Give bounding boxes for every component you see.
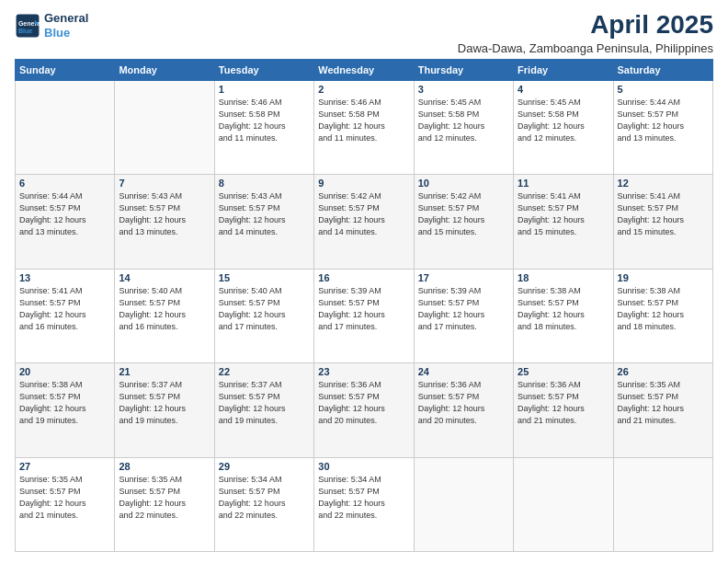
logo: General Blue General Blue <box>15 11 88 40</box>
day-info: Sunrise: 5:37 AM Sunset: 5:57 PM Dayligh… <box>119 379 210 427</box>
calendar-cell: 10Sunrise: 5:42 AM Sunset: 5:57 PM Dayli… <box>414 175 513 269</box>
day-info: Sunrise: 5:38 AM Sunset: 5:57 PM Dayligh… <box>518 285 609 333</box>
calendar-cell: 13Sunrise: 5:41 AM Sunset: 5:57 PM Dayli… <box>16 269 115 362</box>
calendar-table: SundayMondayTuesdayWednesdayThursdayFrid… <box>15 59 713 552</box>
calendar-cell: 22Sunrise: 5:37 AM Sunset: 5:57 PM Dayli… <box>214 363 313 457</box>
calendar-cell: 20Sunrise: 5:38 AM Sunset: 5:57 PM Dayli… <box>16 363 115 457</box>
day-number: 23 <box>318 366 409 377</box>
calendar-week-row: 6Sunrise: 5:44 AM Sunset: 5:57 PM Daylig… <box>16 175 713 269</box>
calendar-cell: 19Sunrise: 5:38 AM Sunset: 5:57 PM Dayli… <box>613 269 712 362</box>
day-info: Sunrise: 5:42 AM Sunset: 5:57 PM Dayligh… <box>318 190 409 238</box>
day-number: 14 <box>119 272 210 283</box>
logo-icon: General Blue <box>15 13 40 39</box>
day-number: 3 <box>418 84 509 95</box>
subtitle: Dawa-Dawa, Zamboanga Peninsula, Philippi… <box>458 41 713 55</box>
calendar-cell <box>16 80 115 174</box>
day-number: 15 <box>219 272 310 283</box>
calendar-day-header: Tuesday <box>214 59 313 80</box>
calendar-cell: 25Sunrise: 5:36 AM Sunset: 5:57 PM Dayli… <box>514 363 613 457</box>
day-info: Sunrise: 5:46 AM Sunset: 5:58 PM Dayligh… <box>318 97 409 144</box>
header: General Blue General Blue April 2025 Daw… <box>15 11 713 55</box>
day-info: Sunrise: 5:34 AM Sunset: 5:57 PM Dayligh… <box>318 474 409 522</box>
day-info: Sunrise: 5:36 AM Sunset: 5:57 PM Dayligh… <box>418 379 509 427</box>
day-number: 5 <box>618 84 709 95</box>
day-number: 7 <box>119 178 210 189</box>
calendar-day-header: Monday <box>115 59 214 80</box>
day-number: 9 <box>318 178 409 189</box>
day-info: Sunrise: 5:35 AM Sunset: 5:57 PM Dayligh… <box>618 379 709 427</box>
page: General Blue General Blue April 2025 Daw… <box>0 0 728 563</box>
day-info: Sunrise: 5:36 AM Sunset: 5:57 PM Dayligh… <box>318 379 409 427</box>
logo-line1: General <box>44 11 88 26</box>
day-info: Sunrise: 5:44 AM Sunset: 5:57 PM Dayligh… <box>618 97 709 144</box>
day-info: Sunrise: 5:39 AM Sunset: 5:57 PM Dayligh… <box>418 285 509 333</box>
calendar-week-row: 1Sunrise: 5:46 AM Sunset: 5:58 PM Daylig… <box>16 80 713 174</box>
day-info: Sunrise: 5:43 AM Sunset: 5:57 PM Dayligh… <box>119 190 210 238</box>
day-info: Sunrise: 5:36 AM Sunset: 5:57 PM Dayligh… <box>518 379 609 427</box>
day-number: 27 <box>19 461 110 472</box>
calendar-cell: 12Sunrise: 5:41 AM Sunset: 5:57 PM Dayli… <box>613 175 712 269</box>
day-info: Sunrise: 5:38 AM Sunset: 5:57 PM Dayligh… <box>618 285 709 333</box>
calendar-cell: 28Sunrise: 5:35 AM Sunset: 5:57 PM Dayli… <box>115 457 214 551</box>
calendar-day-header: Sunday <box>16 59 115 80</box>
calendar-cell: 8Sunrise: 5:43 AM Sunset: 5:57 PM Daylig… <box>214 175 313 269</box>
calendar-day-header: Wednesday <box>314 59 414 80</box>
calendar-day-header: Friday <box>514 59 613 80</box>
day-number: 1 <box>219 84 310 95</box>
day-info: Sunrise: 5:39 AM Sunset: 5:57 PM Dayligh… <box>318 285 409 333</box>
day-number: 18 <box>518 272 609 283</box>
calendar-week-row: 20Sunrise: 5:38 AM Sunset: 5:57 PM Dayli… <box>16 363 713 457</box>
calendar-day-header: Saturday <box>613 59 712 80</box>
calendar-cell: 7Sunrise: 5:43 AM Sunset: 5:57 PM Daylig… <box>115 175 214 269</box>
day-info: Sunrise: 5:38 AM Sunset: 5:57 PM Dayligh… <box>19 379 110 427</box>
calendar-cell: 27Sunrise: 5:35 AM Sunset: 5:57 PM Dayli… <box>16 457 115 551</box>
day-number: 2 <box>318 84 409 95</box>
day-number: 13 <box>19 272 110 283</box>
day-info: Sunrise: 5:37 AM Sunset: 5:57 PM Dayligh… <box>219 379 310 427</box>
day-number: 22 <box>219 366 310 377</box>
calendar-cell: 1Sunrise: 5:46 AM Sunset: 5:58 PM Daylig… <box>214 80 313 174</box>
day-info: Sunrise: 5:46 AM Sunset: 5:58 PM Dayligh… <box>219 97 310 144</box>
day-number: 26 <box>618 366 709 377</box>
calendar-cell: 30Sunrise: 5:34 AM Sunset: 5:57 PM Dayli… <box>314 457 414 551</box>
day-number: 19 <box>618 272 709 283</box>
day-info: Sunrise: 5:45 AM Sunset: 5:58 PM Dayligh… <box>418 97 509 144</box>
day-info: Sunrise: 5:35 AM Sunset: 5:57 PM Dayligh… <box>119 474 210 522</box>
day-number: 6 <box>19 178 110 189</box>
calendar-cell: 21Sunrise: 5:37 AM Sunset: 5:57 PM Dayli… <box>115 363 214 457</box>
day-number: 12 <box>618 178 709 189</box>
day-info: Sunrise: 5:41 AM Sunset: 5:57 PM Dayligh… <box>618 190 709 238</box>
calendar-cell: 11Sunrise: 5:41 AM Sunset: 5:57 PM Dayli… <box>514 175 613 269</box>
day-info: Sunrise: 5:45 AM Sunset: 5:58 PM Dayligh… <box>518 97 609 144</box>
svg-text:Blue: Blue <box>18 27 32 33</box>
calendar-cell: 14Sunrise: 5:40 AM Sunset: 5:57 PM Dayli… <box>115 269 214 362</box>
day-info: Sunrise: 5:34 AM Sunset: 5:57 PM Dayligh… <box>219 474 310 522</box>
day-info: Sunrise: 5:42 AM Sunset: 5:57 PM Dayligh… <box>418 190 509 238</box>
calendar-cell: 4Sunrise: 5:45 AM Sunset: 5:58 PM Daylig… <box>514 80 613 174</box>
day-info: Sunrise: 5:40 AM Sunset: 5:57 PM Dayligh… <box>219 285 310 333</box>
calendar-cell: 9Sunrise: 5:42 AM Sunset: 5:57 PM Daylig… <box>314 175 414 269</box>
calendar-cell <box>414 457 513 551</box>
calendar-cell: 29Sunrise: 5:34 AM Sunset: 5:57 PM Dayli… <box>214 457 313 551</box>
logo-line2: Blue <box>44 26 88 40</box>
day-number: 17 <box>418 272 509 283</box>
calendar-cell: 17Sunrise: 5:39 AM Sunset: 5:57 PM Dayli… <box>414 269 513 362</box>
calendar-cell: 18Sunrise: 5:38 AM Sunset: 5:57 PM Dayli… <box>514 269 613 362</box>
calendar-cell: 23Sunrise: 5:36 AM Sunset: 5:57 PM Dayli… <box>314 363 414 457</box>
day-info: Sunrise: 5:40 AM Sunset: 5:57 PM Dayligh… <box>119 285 210 333</box>
calendar-cell: 15Sunrise: 5:40 AM Sunset: 5:57 PM Dayli… <box>214 269 313 362</box>
calendar-header-row: SundayMondayTuesdayWednesdayThursdayFrid… <box>16 59 713 80</box>
day-info: Sunrise: 5:35 AM Sunset: 5:57 PM Dayligh… <box>19 474 110 522</box>
day-number: 29 <box>219 461 310 472</box>
calendar-week-row: 13Sunrise: 5:41 AM Sunset: 5:57 PM Dayli… <box>16 269 713 362</box>
day-number: 4 <box>518 84 609 95</box>
calendar-cell <box>115 80 214 174</box>
day-info: Sunrise: 5:41 AM Sunset: 5:57 PM Dayligh… <box>19 285 110 333</box>
day-number: 30 <box>318 461 409 472</box>
day-number: 21 <box>119 366 210 377</box>
day-info: Sunrise: 5:44 AM Sunset: 5:57 PM Dayligh… <box>19 190 110 238</box>
logo-text: General Blue <box>44 11 88 40</box>
calendar-cell: 24Sunrise: 5:36 AM Sunset: 5:57 PM Dayli… <box>414 363 513 457</box>
day-number: 8 <box>219 178 310 189</box>
calendar-cell: 16Sunrise: 5:39 AM Sunset: 5:57 PM Dayli… <box>314 269 414 362</box>
